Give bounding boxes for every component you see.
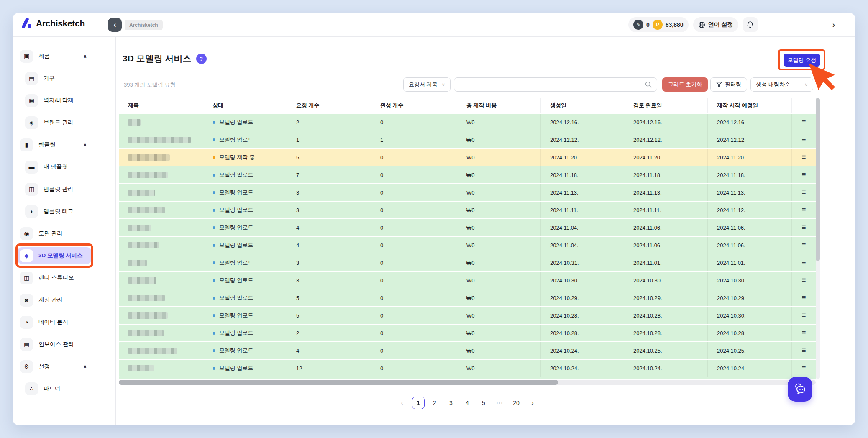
vertical-scrollbar-thumb[interactable]	[816, 98, 820, 261]
table-row[interactable]: 모델링 업로드30₩02024.10.31.2024.11.01.2024.11…	[119, 254, 820, 271]
chevron-up-icon: ∧	[83, 364, 91, 369]
table-cell: 2024.11.04.	[541, 237, 624, 254]
sidebar-item-floorplan-pin[interactable]: ◉도면 관리	[18, 225, 91, 242]
table-row[interactable]: 모델링 제작 중50₩02024.11.20.2024.11.20.2024.1…	[119, 149, 820, 166]
pagination-page-4[interactable]: 4	[461, 397, 474, 409]
row-menu-icon[interactable]: ≡	[802, 223, 806, 232]
horizontal-scrollbar-thumb[interactable]	[119, 380, 558, 385]
sidebar-item-render-studio[interactable]: ◫렌더 스튜디오	[18, 269, 91, 286]
row-menu-icon[interactable]: ≡	[802, 206, 806, 214]
table-row[interactable]: 모델링 업로드40₩02024.11.04.2024.11.06.2024.11…	[119, 219, 820, 236]
grid-reset-button[interactable]: 그리드 초기화	[662, 77, 708, 92]
table-row[interactable]: 모델링 업로드70₩02024.11.18.2024.11.18.2024.11…	[119, 166, 820, 183]
sidebar-item-settings-gear[interactable]: ⚙설정∧	[18, 358, 91, 375]
row-menu-icon[interactable]: ≡	[802, 311, 806, 320]
row-menu-icon[interactable]: ≡	[802, 118, 806, 126]
pagination-page-1[interactable]: 1	[412, 397, 425, 409]
pagination-page-2[interactable]: 2	[428, 397, 441, 409]
table-cell: 2024.10.29.	[541, 289, 624, 306]
table-row[interactable]: 모델링 업로드120₩02024.10.24.2024.10.24.2024.1…	[119, 360, 820, 377]
column-header[interactable]: 제목	[119, 98, 203, 113]
table-row[interactable]: 모델링 업로드50₩02024.10.28.2024.10.28.2024.10…	[119, 307, 820, 324]
sidebar-item-account[interactable]: ◙계정 관리	[18, 292, 91, 308]
help-icon[interactable]: ?	[196, 54, 207, 64]
back-button[interactable]: ‹	[108, 18, 122, 32]
sidebar-item-furniture[interactable]: ▤가구	[18, 70, 91, 87]
column-header[interactable]: 상태	[203, 98, 287, 113]
filter-button[interactable]: 필터링	[710, 77, 747, 92]
column-header[interactable]: 완성 개수	[371, 98, 457, 113]
column-header[interactable]: 생성일	[541, 98, 624, 113]
row-menu-icon[interactable]: ≡	[802, 136, 806, 144]
search-input[interactable]	[454, 78, 640, 91]
table-cell: ₩0	[457, 307, 541, 324]
table-cell: ₩0	[457, 149, 541, 166]
sort-select[interactable]: 생성 내림차순 ∨	[750, 77, 813, 92]
sidebar-item-label: 파트너	[44, 385, 61, 392]
column-header[interactable]: 제작 시작 예정일	[708, 98, 792, 113]
pagination-page-5[interactable]: 5	[477, 397, 490, 409]
table-row[interactable]: 모델링 업로드20₩02024.12.16.2024.12.16.2024.12…	[119, 114, 820, 131]
row-menu-icon[interactable]: ≡	[802, 294, 806, 302]
sidebar-item-invoice[interactable]: ▤인보이스 관리	[18, 336, 91, 353]
pagination-next[interactable]: ›	[526, 397, 539, 409]
row-menu-icon[interactable]: ≡	[802, 171, 806, 179]
status-label: 모델링 업로드	[219, 347, 253, 354]
pagination-prev[interactable]: ‹	[396, 397, 408, 409]
table-row[interactable]: 모델링 업로드30₩02024.10.30.2024.10.30.2024.10…	[119, 272, 820, 289]
search-icon[interactable]	[640, 78, 657, 91]
table-row[interactable]: 모델링 업로드11₩02024.12.12.2024.12.12.2024.12…	[119, 131, 820, 148]
credits-pill[interactable]: ✎ 0 P 63,880	[628, 17, 689, 32]
table-row[interactable]: 모델링 업로드40₩02024.11.04.2024.11.06.2024.11…	[119, 237, 820, 254]
table-cell: 3	[287, 202, 371, 218]
notifications-button[interactable]	[743, 17, 758, 32]
sidebar-item-modeling-cube[interactable]: ◆3D 모델링 서비스	[18, 247, 91, 264]
sidebar-item-template-tag[interactable]: ◗템플릿 태그	[18, 203, 91, 220]
expand-panel-chevron-icon[interactable]: ›	[828, 19, 839, 30]
table-cell: 5	[287, 289, 371, 306]
sidebar-item-label: 데이터 분석	[38, 318, 68, 326]
pagination-page-20[interactable]: 20	[510, 397, 522, 409]
table-cell: 0	[371, 360, 457, 377]
table-cell: 5	[287, 149, 371, 166]
row-menu-icon[interactable]: ≡	[802, 241, 806, 249]
table-row[interactable]: 모델링 업로드30₩02024.11.11.2024.11.11.2024.11…	[119, 202, 820, 218]
table-cell: ₩0	[457, 202, 541, 218]
table-row[interactable]: 모델링 업로드30₩02024.11.13.2024.11.13.2024.11…	[119, 184, 820, 201]
column-header[interactable]: 총 제작 비용	[457, 98, 541, 113]
table-cell: 0	[371, 149, 457, 166]
sidebar-item-partner[interactable]: ∴파트너	[18, 380, 91, 397]
sidebar-item-wallpaper-floor[interactable]: ▦벽지/바닥재	[18, 92, 91, 109]
sidebar-item-analytics[interactable]: ◔데이터 분석	[18, 314, 91, 330]
language-button[interactable]: 언어 설정	[693, 17, 738, 32]
table-cell: 2024.10.30.	[708, 272, 792, 289]
table-row[interactable]: 모델링 업로드40₩02024.10.24.2024.10.25.2024.10…	[119, 342, 820, 359]
row-menu-icon[interactable]: ≡	[802, 188, 806, 197]
sidebar-item-package[interactable]: ▣제품∧	[18, 48, 91, 64]
table-row[interactable]: 모델링 업로드20₩02024.10.28.2024.10.28.2024.10…	[119, 325, 820, 341]
table-cell: 2024.10.24.	[624, 360, 708, 377]
row-menu-icon[interactable]: ≡	[802, 346, 806, 355]
chevron-down-icon: ∨	[442, 82, 445, 87]
sidebar-item-template-manage[interactable]: ◫템플릿 관리	[18, 181, 91, 197]
table-row[interactable]: 모델링 업로드50₩02024.10.29.2024.10.29.2024.10…	[119, 289, 820, 306]
modeling-request-button[interactable]: 모델링 요청	[784, 54, 820, 67]
column-header[interactable]	[792, 98, 816, 113]
pagination-page-3[interactable]: 3	[445, 397, 457, 409]
row-menu-icon[interactable]: ≡	[802, 329, 806, 337]
row-menu-icon[interactable]: ≡	[802, 259, 806, 267]
top-header: Archisketch ‹ Archisketch ✎ 0 P 63,880	[13, 13, 855, 37]
sidebar-item-my-template[interactable]: ▬내 템플릿	[18, 159, 91, 175]
row-menu-icon[interactable]: ≡	[802, 153, 806, 161]
sidebar-item-template-book[interactable]: ▮템플릿∧	[18, 136, 91, 153]
row-menu-icon[interactable]: ≡	[802, 276, 806, 284]
table-cell: ≡	[792, 289, 816, 306]
row-menu-icon[interactable]: ≡	[802, 364, 806, 372]
chat-fab-button[interactable]	[788, 377, 812, 402]
table-cell: 모델링 업로드	[203, 166, 287, 183]
column-header[interactable]: 검토 완료일	[624, 98, 708, 113]
table-cell: ≡	[792, 166, 816, 183]
sidebar-item-brand-box[interactable]: ◈브랜드 관리	[18, 114, 91, 131]
search-category-select[interactable]: 요청서 제목 ∨	[403, 77, 451, 92]
column-header[interactable]: 요청 개수	[287, 98, 371, 113]
